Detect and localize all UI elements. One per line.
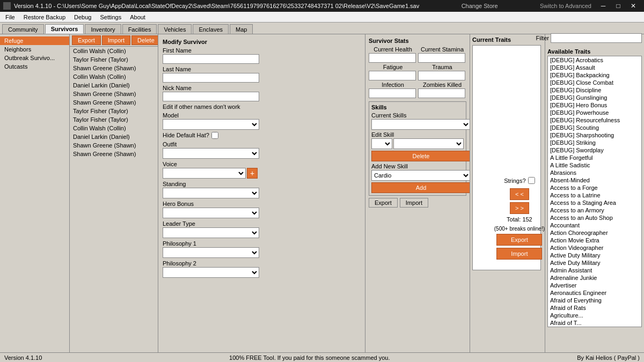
close-button[interactable]: ✕: [626, 0, 641, 12]
standing-select[interactable]: [163, 188, 259, 198]
trait-0[interactable]: [DEBUG] Acrobatics: [548, 56, 641, 64]
maximize-button[interactable]: □: [611, 0, 626, 12]
survivor-item-5[interactable]: Shawn Greene (Shawn): [70, 90, 158, 98]
nick-name-input[interactable]: [163, 92, 259, 101]
zombies-killed-input[interactable]: [418, 88, 465, 98]
strings-checkbox[interactable]: [528, 177, 535, 184]
survivor-item-12[interactable]: Shawn Greene (Shawn): [70, 150, 158, 158]
survivor-item-9[interactable]: Collin Walsh (Collin): [70, 124, 158, 132]
skills-export-button[interactable]: Export: [369, 198, 398, 208]
minimize-button[interactable]: ─: [596, 0, 611, 12]
traits-import-button[interactable]: Import: [496, 248, 542, 260]
trait-19[interactable]: Access to a Staging Area: [548, 199, 641, 206]
delete-skill-button[interactable]: Delete: [371, 151, 471, 161]
survivor-item-4[interactable]: Daniel Larkin (Daniel): [70, 81, 158, 90]
trait-18[interactable]: Access to a Latrine: [548, 191, 641, 199]
tab-inventory[interactable]: Inventory: [85, 24, 121, 34]
survivor-item-11[interactable]: Shawn Greene (Shawn): [70, 141, 158, 150]
survivor-item-0[interactable]: Collin Walsh (Collin): [70, 47, 158, 55]
traits-export-button[interactable]: Export: [496, 234, 542, 246]
switch-to-advanced-button[interactable]: Switch to Advanced: [540, 3, 591, 9]
trait-2[interactable]: [DEBUG] Backpacking: [548, 71, 641, 79]
trait-26[interactable]: Active Duty Military: [548, 252, 641, 259]
tab-survivors[interactable]: Survivors: [45, 24, 84, 34]
survivor-item-3[interactable]: Collin Walsh (Collin): [70, 72, 158, 81]
trait-1[interactable]: [DEBUG] Assault: [548, 64, 641, 71]
trait-9[interactable]: [DEBUG] Scouting: [548, 124, 641, 131]
trait-11[interactable]: [DEBUG] Striking: [548, 139, 641, 146]
infection-input[interactable]: [369, 88, 416, 98]
trait-13[interactable]: A Little Forgetful: [548, 154, 641, 161]
trait-5[interactable]: [DEBUG] Gunslinging: [548, 94, 641, 101]
survivor-item-8[interactable]: Taylor Fisher (Taylor): [70, 115, 158, 124]
add-skill-select[interactable]: Cardio: [371, 170, 471, 181]
trait-4[interactable]: [DEBUG] Discipline: [548, 86, 641, 94]
trait-28[interactable]: Admin Assistant: [548, 267, 641, 274]
trait-3[interactable]: [DEBUG] Close Combat: [548, 79, 641, 86]
trait-20[interactable]: Access to an Armory: [548, 206, 641, 214]
trait-6[interactable]: [DEBUG] Hero Bonus: [548, 101, 641, 109]
sidebar-item-refuge[interactable]: Refuge: [0, 36, 69, 45]
trait-10[interactable]: [DEBUG] Sharpshooting: [548, 131, 641, 139]
outfit-select[interactable]: [163, 148, 259, 159]
add-skill-button[interactable]: Add: [371, 182, 471, 193]
survivor-item-6[interactable]: Shawn Greene (Shawn): [70, 98, 158, 107]
survivor-item-10[interactable]: Daniel Larkin (Daniel): [70, 132, 158, 141]
trait-35[interactable]: Afraid of T...: [548, 319, 641, 327]
trait-16[interactable]: Absent-Minded: [548, 176, 641, 184]
trait-7[interactable]: [DEBUG] Powerhouse: [548, 109, 641, 116]
menu-debug[interactable]: Debug: [71, 13, 94, 21]
health-input[interactable]: [369, 53, 416, 63]
menu-restore-backup[interactable]: Restore Backup: [20, 13, 69, 21]
stamina-input[interactable]: [418, 53, 465, 63]
trait-21[interactable]: Access to an Auto Shop: [548, 214, 641, 221]
delete-button[interactable]: Delete: [131, 35, 158, 45]
trait-25[interactable]: Action Videographer: [548, 244, 641, 252]
import-button[interactable]: Import: [102, 35, 130, 45]
survivor-item-1[interactable]: Taylor Fisher (Taylor): [70, 55, 158, 64]
current-skills-select[interactable]: [371, 119, 471, 130]
tab-map[interactable]: Map: [230, 24, 253, 34]
hide-hat-checkbox[interactable]: [211, 132, 218, 139]
trait-17[interactable]: Access to a Forge: [548, 184, 641, 191]
trait-32[interactable]: Afraid of Everything: [548, 297, 641, 304]
survivor-item-7[interactable]: Taylor Fisher (Taylor): [70, 107, 158, 115]
trait-23[interactable]: Action Choreographer: [548, 229, 641, 237]
menu-file[interactable]: File: [2, 13, 18, 21]
sidebar-item-neighbors[interactable]: Neighbors: [0, 45, 69, 54]
trait-8[interactable]: [DEBUG] Resourcefulness: [548, 116, 641, 124]
sidebar-item-outbreak[interactable]: Outbreak Survivo...: [0, 54, 69, 62]
edit-skill-name-select[interactable]: [393, 138, 464, 149]
trait-34[interactable]: Agriculture...: [548, 312, 641, 319]
model-select[interactable]: [163, 119, 259, 130]
leader-type-select[interactable]: [163, 227, 259, 238]
edit-skill-level-select[interactable]: [371, 138, 392, 149]
fatigue-input[interactable]: [369, 71, 416, 80]
export-button[interactable]: Export: [72, 35, 101, 45]
trait-29[interactable]: Adrenaline Junkie: [548, 274, 641, 282]
voice-plus-button[interactable]: +: [247, 168, 258, 179]
trait-30[interactable]: Advertiser: [548, 282, 641, 289]
trait-31[interactable]: Aeronautics Engineer: [548, 289, 641, 297]
trait-14[interactable]: A Little Sadistic: [548, 161, 641, 169]
trait-24[interactable]: Action Movie Extra: [548, 237, 641, 244]
tab-community[interactable]: Community: [2, 24, 44, 34]
trait-15[interactable]: Abrasions: [548, 169, 641, 176]
trait-22[interactable]: Accountant: [548, 221, 641, 229]
first-name-input[interactable]: [163, 54, 259, 64]
voice-select[interactable]: [163, 168, 246, 179]
menu-about[interactable]: About: [127, 13, 149, 21]
trait-12[interactable]: [DEBUG] Swordplay: [548, 146, 641, 154]
trait-27[interactable]: Active Duty Military: [548, 259, 641, 267]
trait-33[interactable]: Afraid of Rats: [548, 304, 641, 312]
move-right-button[interactable]: > >: [510, 202, 529, 214]
sidebar-item-outcasts[interactable]: Outcasts: [0, 62, 69, 71]
move-left-button[interactable]: < <: [510, 188, 529, 200]
filter-input[interactable]: [551, 33, 642, 43]
tab-enclaves[interactable]: Enclaves: [193, 24, 229, 34]
menu-settings[interactable]: Settings: [97, 13, 125, 21]
survivor-item-2[interactable]: Shawn Greene (Shawn): [70, 64, 158, 72]
trauma-input[interactable]: [418, 71, 465, 80]
tab-facilities[interactable]: Facilities: [122, 24, 157, 34]
last-name-input[interactable]: [163, 73, 259, 83]
